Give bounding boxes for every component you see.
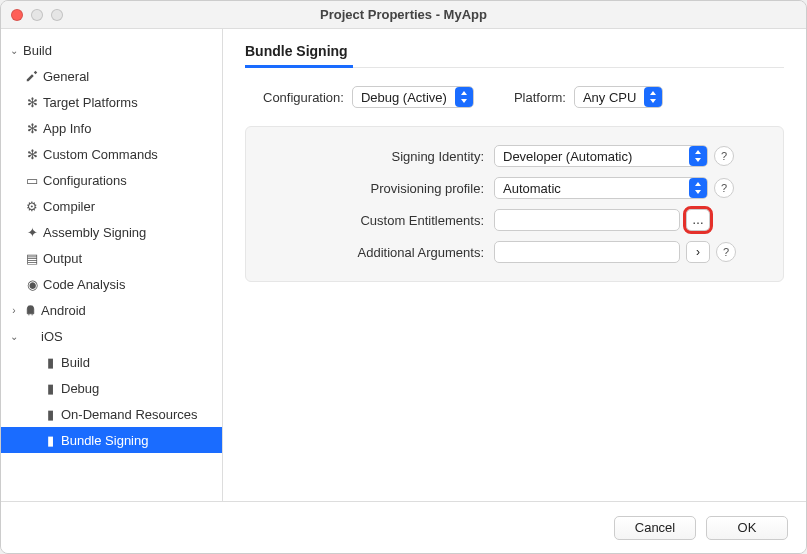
sidebar-item-label: General [43,69,89,84]
gear-icon: ✻ [23,121,41,136]
sidebar-item-label: App Info [43,121,91,136]
dialog-footer: Cancel OK [1,501,806,553]
sidebar-item-build[interactable]: ⌄ Build [1,37,222,63]
sidebar-item-app-info[interactable]: ✻ App Info [1,115,222,141]
provisioning-profile-select[interactable]: Automatic [494,177,708,199]
sidebar-item-output[interactable]: ▤ Output [1,245,222,271]
provisioning-profile-value: Automatic [503,181,565,196]
sidebar-item-label: Build [61,355,90,370]
chevron-right-icon[interactable]: › [7,305,21,316]
browse-entitlements-button[interactable]: … [686,209,710,231]
page-icon: ▮ [41,355,59,370]
cancel-button[interactable]: Cancel [614,516,696,540]
sidebar-item-label: Custom Commands [43,147,158,162]
custom-entitlements-input[interactable] [494,209,680,231]
window-title: Project Properties - MyApp [1,7,806,22]
gear-icon: ✻ [23,95,41,110]
sidebar-item-ios-debug[interactable]: ▮ Debug [1,375,222,401]
page-icon: ▮ [41,433,59,448]
platform-label: Platform: [514,90,566,105]
compiler-icon: ⚙ [23,199,41,214]
additional-arguments-label: Additional Arguments: [266,245,494,260]
sidebar-item-label: Code Analysis [43,277,125,292]
sidebar-item-label: iOS [41,329,63,344]
signing-identity-label: Signing Identity: [266,149,494,164]
select-toggle-icon [455,87,473,107]
chevron-down-icon[interactable]: ⌄ [7,331,21,342]
sidebar-item-assembly-signing[interactable]: ✦ Assembly Signing [1,219,222,245]
sidebar-item-ios[interactable]: ⌄ iOS [1,323,222,349]
sidebar-item-label: On-Demand Resources [61,407,198,422]
sidebar-item-label: Configurations [43,173,127,188]
sidebar-item-ios-on-demand-resources[interactable]: ▮ On-Demand Resources [1,401,222,427]
sidebar-item-label: Output [43,251,82,266]
hammer-icon [23,69,41,83]
help-button[interactable]: ? [714,146,734,166]
additional-arguments-input[interactable] [494,241,680,263]
configuration-label: Configuration: [263,90,344,105]
platform-select[interactable]: Any CPU [574,86,663,108]
analysis-icon: ◉ [23,277,41,292]
platform-value: Any CPU [583,90,640,105]
signing-identity-value: Developer (Automatic) [503,149,636,164]
sidebar-item-android[interactable]: › Android [1,297,222,323]
titlebar: Project Properties - MyApp [1,1,806,29]
gear-icon: ✻ [23,147,41,162]
stack-icon: ▭ [23,173,41,188]
sidebar-item-label: Target Platforms [43,95,138,110]
sidebar-item-label: Compiler [43,199,95,214]
sidebar-item-ios-build[interactable]: ▮ Build [1,349,222,375]
sidebar-item-configurations[interactable]: ▭ Configurations [1,167,222,193]
select-toggle-icon [689,178,707,198]
sidebar-item-general[interactable]: General [1,63,222,89]
sidebar-item-label: Bundle Signing [61,433,148,448]
sidebar: ⌄ Build General ✻ Target Platforms ✻ App… [1,29,223,501]
custom-entitlements-label: Custom Entitlements: [266,213,494,228]
page-icon: ▮ [41,407,59,422]
provisioning-profile-label: Provisioning profile: [266,181,494,196]
sidebar-item-label: Android [41,303,86,318]
android-icon [21,304,39,317]
sidebar-item-label: Assembly Signing [43,225,146,240]
signing-identity-select[interactable]: Developer (Automatic) [494,145,708,167]
help-button[interactable]: ? [716,242,736,262]
sidebar-item-ios-bundle-signing[interactable]: ▮ Bundle Signing [1,427,222,453]
signing-panel: Signing Identity: Developer (Automatic) … [245,126,784,282]
ok-button[interactable]: OK [706,516,788,540]
sidebar-item-compiler[interactable]: ⚙ Compiler [1,193,222,219]
signing-icon: ✦ [23,225,41,240]
chevron-down-icon[interactable]: ⌄ [7,45,21,56]
page-title: Bundle Signing [245,43,784,68]
sidebar-item-code-analysis[interactable]: ◉ Code Analysis [1,271,222,297]
configuration-value: Debug (Active) [361,90,451,105]
sidebar-item-target-platforms[interactable]: ✻ Target Platforms [1,89,222,115]
help-button[interactable]: ? [714,178,734,198]
configuration-select[interactable]: Debug (Active) [352,86,474,108]
page-icon: ▮ [41,381,59,396]
sidebar-item-custom-commands[interactable]: ✻ Custom Commands [1,141,222,167]
sidebar-item-label: Debug [61,381,99,396]
expand-arguments-button[interactable]: › [686,241,710,263]
content-pane: Bundle Signing Configuration: Debug (Act… [223,29,806,501]
select-toggle-icon [644,87,662,107]
output-icon: ▤ [23,251,41,266]
sidebar-item-label: Build [23,43,52,58]
select-toggle-icon [689,146,707,166]
